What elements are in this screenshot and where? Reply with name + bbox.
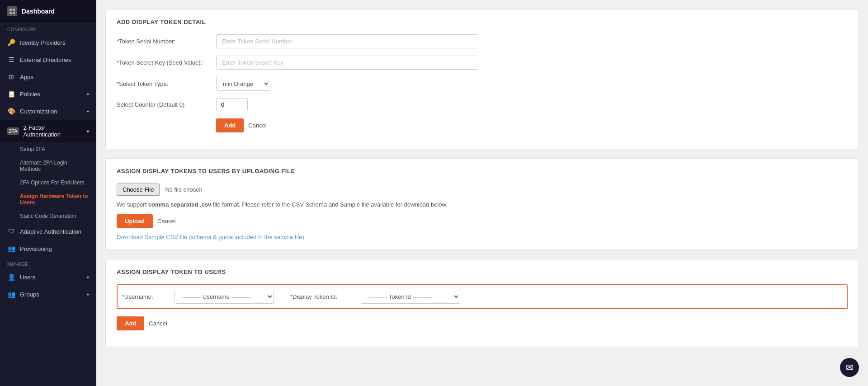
users-label: Users	[20, 274, 35, 281]
assign-token-actions: Add Cancel	[117, 316, 848, 330]
twofa-label: 2-Factor Authentication	[24, 124, 82, 138]
token-type-row: *Select Token Type: miniOrange TOTP HOTP	[117, 77, 848, 91]
token-id-select[interactable]: ---------- Token Id ----------	[361, 290, 460, 304]
sidebar-item-provisioning[interactable]: 👥 Provisioning	[0, 240, 96, 257]
adaptive-auth-icon: 🛡	[7, 227, 15, 235]
upload-token-title: ASSIGN DISPLAY TOKENS TO USERS BY UPLOAD…	[117, 168, 848, 174]
sidebar-item-apps[interactable]: ⊞ Apps	[0, 68, 96, 85]
sidebar-sub-setup-2fa[interactable]: Setup 2FA	[0, 142, 96, 156]
upload-token-card: ASSIGN DISPLAY TOKENS TO USERS BY UPLOAD…	[105, 158, 859, 250]
dashboard-item[interactable]: Dashboard	[0, 0, 96, 23]
groups-chevron: ▾	[87, 292, 89, 297]
svg-rect-1	[13, 9, 15, 11]
sidebar-item-customization[interactable]: 🎨 Customization ▾	[0, 103, 96, 120]
assign-token-row: *Username: ---------- Username ---------…	[117, 284, 848, 309]
sidebar-sub-options-end-users[interactable]: 2FA Options For EndUsers	[0, 176, 96, 189]
token-type-label: *Select Token Type:	[117, 80, 216, 87]
provisioning-label: Provisioning	[20, 245, 52, 252]
sidebar-item-adaptive-auth[interactable]: 🛡 Adaptive Authentication	[0, 223, 96, 240]
add-token-card: ADD DISPLAY TOKEN DETAIL *Token Serial N…	[105, 9, 859, 149]
twofa-icon: 2FA	[7, 127, 19, 135]
adaptive-auth-label: Adaptive Authentication	[20, 228, 81, 235]
upload-button[interactable]: Upload	[117, 214, 153, 228]
serial-number-input[interactable]	[216, 34, 478, 48]
add-token-cancel-button[interactable]: Cancel	[248, 122, 266, 129]
external-directories-icon: ☰	[7, 56, 15, 64]
svg-rect-2	[9, 12, 12, 14]
chat-bubble[interactable]: ✉	[840, 358, 859, 377]
policies-icon: 📋	[7, 90, 15, 98]
counter-label: Select Counter (Default 0)	[117, 101, 216, 108]
serial-label: *Token Serial Number:	[117, 38, 216, 45]
serial-number-row: *Token Serial Number:	[117, 34, 848, 48]
upload-cancel-button[interactable]: Cancel	[157, 218, 175, 225]
identity-providers-icon: 🔑	[7, 38, 15, 47]
sidebar-sub-alt-2fa[interactable]: Alternate 2FA Login Methods	[0, 156, 96, 176]
add-token-title: ADD DISPLAY TOKEN DETAIL	[117, 19, 848, 25]
groups-icon: 👥	[7, 290, 15, 298]
customization-chevron: ▾	[87, 109, 89, 114]
choose-file-button[interactable]: Choose File	[117, 184, 160, 196]
sidebar-item-users[interactable]: 👤 Users ▾	[0, 268, 96, 286]
upload-actions: Upload Cancel	[117, 214, 848, 228]
sidebar: Dashboard Configure 🔑 Identity Providers…	[0, 0, 96, 386]
sidebar-item-external-directories[interactable]: ☰ External Directories	[0, 51, 96, 68]
sidebar-item-identity-providers[interactable]: 🔑 Identity Providers	[0, 34, 96, 51]
username-select[interactable]: ---------- Username ----------	[175, 290, 274, 304]
chat-icon: ✉	[846, 362, 854, 373]
svg-rect-0	[9, 9, 12, 11]
assign-add-button[interactable]: Add	[117, 316, 144, 330]
token-type-select[interactable]: miniOrange TOTP HOTP	[216, 77, 270, 91]
twofa-chevron: ▾	[87, 129, 89, 134]
file-upload-row: Choose File No file chosen	[117, 184, 848, 196]
apps-label: Apps	[20, 74, 33, 80]
assign-token-title: ASSIGN DISPLAY TOKEN TO USERS	[117, 268, 848, 275]
svg-rect-3	[13, 12, 15, 14]
dashboard-icon	[7, 6, 17, 16]
token-id-label: *Display Token Id:	[290, 293, 354, 300]
manage-section-label: Manage	[0, 257, 96, 268]
identity-providers-label: Identity Providers	[20, 39, 65, 46]
policies-chevron: ▾	[87, 92, 89, 97]
external-directories-label: External Directories	[20, 56, 71, 63]
assign-cancel-button[interactable]: Cancel	[149, 320, 167, 327]
sidebar-sub-static-code[interactable]: Static Code Generation	[0, 209, 96, 223]
download-csv-link[interactable]: Download Sample CSV file (schema & guide…	[117, 234, 304, 240]
customization-label: Customization	[20, 108, 57, 115]
customization-icon: 🎨	[7, 107, 15, 115]
csv-info-text: We support comma separated .csv file for…	[117, 201, 848, 208]
sidebar-item-policies[interactable]: 📋 Policies ▾	[0, 85, 96, 103]
counter-row: Select Counter (Default 0)	[117, 98, 848, 111]
groups-label: Groups	[20, 291, 39, 298]
dashboard-label: Dashboard	[22, 8, 55, 15]
add-token-button[interactable]: Add	[216, 118, 244, 132]
sidebar-item-2fa[interactable]: 2FA 2-Factor Authentication ▾	[0, 120, 96, 142]
assign-token-card: ASSIGN DISPLAY TOKEN TO USERS *Username:…	[105, 259, 859, 347]
policies-label: Policies	[20, 91, 40, 98]
main-content: ADD DISPLAY TOKEN DETAIL *Token Serial N…	[96, 0, 868, 386]
secret-key-row: *Token Secret Key (Seed Value):	[117, 56, 848, 70]
username-assign-label: *Username:	[122, 293, 167, 300]
secret-key-input[interactable]	[216, 56, 478, 70]
sidebar-sub-assign-hardware[interactable]: Assign Hardware Token to Users	[0, 189, 96, 209]
no-file-text: No file chosen	[165, 186, 202, 193]
configure-section-label: Configure	[0, 23, 96, 34]
secret-label: *Token Secret Key (Seed Value):	[117, 59, 216, 66]
add-token-actions: Add Cancel	[117, 118, 848, 132]
users-icon: 👤	[7, 273, 15, 281]
provisioning-icon: 👥	[7, 245, 15, 253]
counter-input[interactable]	[216, 98, 248, 111]
users-chevron: ▾	[87, 275, 89, 280]
sidebar-item-groups[interactable]: 👥 Groups ▾	[0, 286, 96, 303]
apps-icon: ⊞	[7, 73, 15, 81]
